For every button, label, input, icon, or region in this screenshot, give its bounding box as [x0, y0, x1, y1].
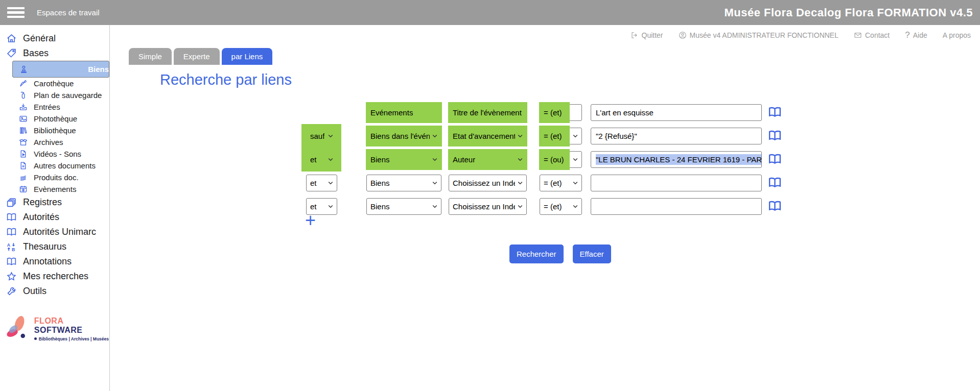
tab-simple[interactable]: Simple — [129, 48, 172, 65]
sidebar-item-phototheque[interactable]: Photothèque — [0, 113, 109, 125]
sidebar-item-plan-de-sauvegarde[interactable]: Plan de sauvegarde — [0, 89, 109, 101]
search-row: sauf Biens dans l'événement Etat d'avanc… — [306, 128, 768, 144]
operator-select[interactable]: = (ou) — [540, 151, 582, 168]
flora-software-logo: FLORA SOFTWARE Bibliothèques | Archives … — [5, 314, 109, 344]
open-book-icon — [6, 212, 17, 223]
page-title: Recherche par liens — [160, 71, 292, 88]
user-icon — [679, 31, 687, 39]
bool-op-select[interactable]: et — [306, 175, 337, 191]
books-icon — [19, 126, 28, 135]
sidebar-item-biens[interactable]: Biens — [12, 61, 109, 78]
selected-text: "LE BRUN CHARLES - 24 FEVRIER 1619 - PAR… — [596, 154, 762, 165]
butterfly-logo-icon — [5, 314, 30, 344]
apropos-link[interactable]: A propos — [943, 31, 971, 39]
base-select[interactable]: Biens — [366, 151, 441, 168]
base-select[interactable]: Biens — [366, 175, 441, 191]
sidebar-item-produits-doc[interactable]: Produits doc. — [0, 172, 109, 183]
base-select[interactable]: Evénements — [366, 104, 441, 121]
svg-text:A: A — [7, 242, 11, 248]
bool-op-select[interactable]: et — [306, 151, 337, 168]
open-book-icon — [768, 153, 782, 165]
index-browse-button[interactable] — [768, 130, 782, 144]
brand-secondary: SOFTWARE — [34, 326, 83, 334]
index-select[interactable]: Etat d'avancement — [449, 128, 527, 144]
search-row: et Biens Choisissez un Index.. = (et) — [306, 198, 768, 215]
add-row-button[interactable]: + — [305, 211, 316, 230]
media-file-icon — [19, 150, 28, 158]
sidebar-item-carotheque[interactable]: Carothèque — [0, 78, 109, 89]
search-row: Evénements Titre de l'évènement = (et) — [306, 104, 768, 121]
hamburger-menu-icon[interactable] — [7, 5, 25, 20]
open-book-icon — [768, 177, 782, 189]
chevron-down-icon — [518, 181, 523, 185]
sidebar-item-archives[interactable]: Archives — [0, 136, 109, 148]
chevron-down-icon — [432, 134, 437, 138]
sidebar-item-evenements[interactable]: Evènements — [0, 183, 109, 195]
search-value-input[interactable] — [591, 104, 762, 121]
search-row: et Biens Choisissez un Index.. = (et) — [306, 175, 768, 191]
extinguisher-icon — [19, 91, 28, 100]
rechercher-button[interactable]: Rechercher — [509, 245, 564, 263]
index-browse-button[interactable] — [768, 200, 782, 214]
brand-tagline: Bibliothèques | Archives | Musées — [39, 336, 109, 341]
chevron-down-icon — [573, 205, 578, 208]
index-select[interactable]: Choisissez un Index.. — [449, 175, 527, 191]
index-browse-button[interactable] — [768, 177, 782, 191]
effacer-button[interactable]: Effacer — [573, 245, 611, 263]
dot-icon — [34, 337, 37, 340]
index-browse-button[interactable] — [768, 153, 782, 167]
base-select[interactable]: Biens dans l'événement — [366, 128, 441, 144]
sidebar-item-entrees[interactable]: Entrées — [0, 101, 109, 113]
index-select[interactable]: Auteur — [449, 151, 527, 168]
search-tabs: Simple Experte par Liens — [129, 48, 272, 65]
sidebar: Général Bases Biens Carothèque Plan de s… — [0, 25, 110, 391]
index-select[interactable]: Choisissez un Index.. — [449, 198, 527, 215]
utility-bar: Quitter Musée v4 ADMINISTRATEUR FONCTION… — [110, 25, 980, 45]
sidebar-item-autorites[interactable]: Autorités — [0, 210, 109, 225]
app-title: Musée Flora Decalog Flora FORMATION v4.5 — [724, 6, 973, 19]
bool-op-select[interactable]: sauf — [306, 128, 337, 144]
operator-select[interactable]: = (et) — [540, 198, 582, 215]
sidebar-item-general[interactable]: Général — [0, 31, 109, 46]
registers-icon — [6, 197, 17, 208]
user-account[interactable]: Musée v4 ADMINISTRATEUR FONCTIONNEL — [679, 31, 838, 39]
sort-ab-icon: AB — [6, 241, 17, 252]
tab-par-liens[interactable]: par Liens — [222, 48, 273, 65]
tab-experte[interactable]: Experte — [174, 48, 220, 65]
svg-text:B: B — [12, 247, 15, 252]
chevron-down-icon — [518, 158, 523, 161]
aide-link[interactable]: ? Aide — [905, 30, 927, 40]
sidebar-item-autres-documents[interactable]: Autres documents — [0, 160, 109, 172]
sidebar-item-annotations[interactable]: Annotations — [0, 254, 109, 269]
sidebar-item-bibliotheque[interactable]: Bibliothèque — [0, 125, 109, 136]
operator-select[interactable]: = (et) — [540, 104, 582, 121]
tag-icon — [6, 48, 17, 59]
search-value-input[interactable] — [591, 128, 762, 144]
quitter-link[interactable]: Quitter — [631, 31, 663, 39]
exit-icon — [631, 31, 639, 39]
sidebar-item-autorites-unimarc[interactable]: Autorités Unimarc — [0, 225, 109, 239]
chevron-down-icon — [328, 158, 333, 161]
sidebar-item-bases[interactable]: Bases — [0, 46, 109, 61]
sidebar-item-registres[interactable]: Registres — [0, 195, 109, 210]
sidebar-item-mes-recherches[interactable]: Mes recherches — [0, 269, 109, 284]
contact-link[interactable]: Contact — [854, 31, 890, 39]
operator-select[interactable]: = (et) — [540, 175, 582, 191]
open-book-icon — [6, 256, 17, 267]
chevron-down-icon — [328, 181, 333, 185]
base-select[interactable]: Biens — [366, 198, 441, 215]
search-value-input[interactable] — [591, 175, 762, 191]
index-select[interactable]: Titre de l'évènement — [449, 104, 527, 121]
open-book-icon — [6, 227, 17, 237]
index-browse-button[interactable] — [768, 106, 782, 120]
sidebar-item-videos-sons[interactable]: Vidéos - Sons — [0, 148, 109, 160]
sidebar-item-outils[interactable]: Outils — [0, 284, 109, 299]
sidebar-item-thesaurus[interactable]: AB Thesaurus — [0, 239, 109, 254]
brand-primary: FLORA — [34, 316, 63, 325]
question-icon: ? — [905, 30, 909, 40]
operator-select[interactable]: = (et) — [540, 128, 582, 144]
search-value-input[interactable] — [591, 198, 762, 215]
chevron-down-icon — [328, 134, 333, 138]
search-value-input[interactable]: "LE BRUN CHARLES - 24 FEVRIER 1619 - PAR… — [591, 151, 762, 168]
chevron-down-icon — [518, 134, 523, 138]
